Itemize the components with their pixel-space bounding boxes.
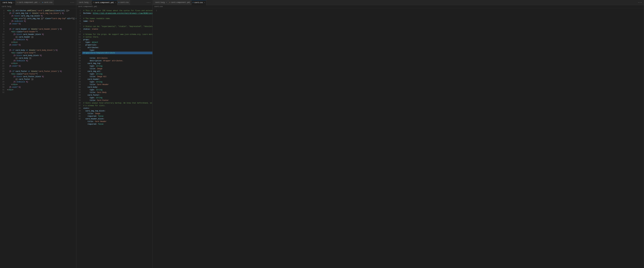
editor-pane-3: card.twig × ! card.component.yml # card.… bbox=[152, 0, 644, 268]
tab-menu-2[interactable]: ··· bbox=[145, 1, 152, 4]
tab-close-yaml-1[interactable]: × bbox=[39, 1, 40, 3]
tab-label-css-3: card.css bbox=[194, 1, 203, 4]
css-icon-2: # bbox=[118, 2, 120, 3]
tab-card-css-3[interactable]: # card.css × bbox=[192, 0, 206, 5]
tab-label-twig-1: card.twig bbox=[3, 1, 12, 4]
tab-label-yaml-2: card.component.yml bbox=[95, 1, 114, 4]
tab-label-twig-2: card.twig bbox=[79, 1, 88, 3]
tab-label-twig-3: card.twig bbox=[155, 1, 165, 3]
yaml-icon-3: ! bbox=[169, 2, 170, 3]
css-icon-1: # bbox=[42, 2, 43, 3]
tab-close-css-3[interactable]: × bbox=[204, 2, 205, 3]
tab-card-twig-2[interactable]: card.twig × bbox=[77, 0, 92, 5]
tab-close-twig-1[interactable]: × bbox=[13, 2, 14, 3]
yaml-icon-1: ! bbox=[17, 2, 18, 3]
code-twig-1[interactable]: <div {{ attributes.addClass('card').addC… bbox=[6, 8, 76, 268]
editor-content-2: 123 456 789 101112 131415 161718 192021 … bbox=[76, 8, 152, 268]
tab-card-css-2[interactable]: # card.css bbox=[117, 0, 130, 5]
tab-bar-2: card.twig × ! card.component.yml × # car… bbox=[76, 0, 152, 5]
tab-card-yaml-1[interactable]: ! card.component.yml × bbox=[16, 0, 41, 5]
tab-card-yaml-2[interactable]: ! card.component.yml × bbox=[92, 0, 117, 5]
breadcrumb-1: card.twig bbox=[0, 5, 76, 8]
editor-content-1: 123 456 789 101112 131415 161718 192021 … bbox=[0, 8, 76, 268]
tab-menu-3[interactable]: ··· bbox=[637, 1, 643, 4]
breadcrumb-2: card.component.yml bbox=[76, 5, 152, 8]
tab-label-css-1: card.css bbox=[44, 1, 52, 3]
editor-pane-2: card.twig × ! card.component.yml × # car… bbox=[76, 0, 152, 268]
tab-card-twig-1[interactable]: card.twig × bbox=[0, 0, 16, 5]
css-icon-3: # bbox=[192, 2, 194, 3]
editor-content-3: 1 bbox=[152, 8, 644, 268]
code-yaml-2[interactable]: # This is so your IDE knows about the sy… bbox=[82, 8, 152, 268]
tab-label-yaml-1: card.component.yml bbox=[18, 1, 38, 3]
editor-pane-1: card.twig × ! card.component.yml × # car… bbox=[0, 0, 76, 268]
code-css-3[interactable] bbox=[158, 8, 644, 268]
tab-close-twig-2[interactable]: × bbox=[90, 1, 91, 3]
tab-bar-3: card.twig × ! card.component.yml # card.… bbox=[152, 0, 644, 5]
line-numbers-1: 123 456 789 101112 131415 161718 192021 … bbox=[0, 8, 6, 268]
yaml-icon-2: ! bbox=[93, 2, 94, 3]
tab-label-css-2: card.css bbox=[120, 1, 129, 3]
tab-close-twig-3[interactable]: × bbox=[166, 1, 167, 3]
tab-card-yaml-3[interactable]: ! card.component.yml bbox=[168, 0, 192, 5]
tab-label-yaml-3: card.component.yml bbox=[171, 1, 190, 3]
tab-card-twig-3[interactable]: card.twig × bbox=[153, 0, 168, 5]
tab-menu-1[interactable]: ··· bbox=[69, 1, 76, 4]
breadcrumb-3: card.css bbox=[152, 5, 644, 8]
tab-close-yaml-2[interactable]: × bbox=[115, 2, 116, 3]
tab-card-css-1[interactable]: # card.css bbox=[41, 0, 54, 5]
line-numbers-2: 123 456 789 101112 131415 161718 192021 … bbox=[76, 8, 82, 268]
line-numbers-3: 1 bbox=[152, 8, 158, 268]
tab-bar-1: card.twig × ! card.component.yml × # car… bbox=[0, 0, 76, 5]
